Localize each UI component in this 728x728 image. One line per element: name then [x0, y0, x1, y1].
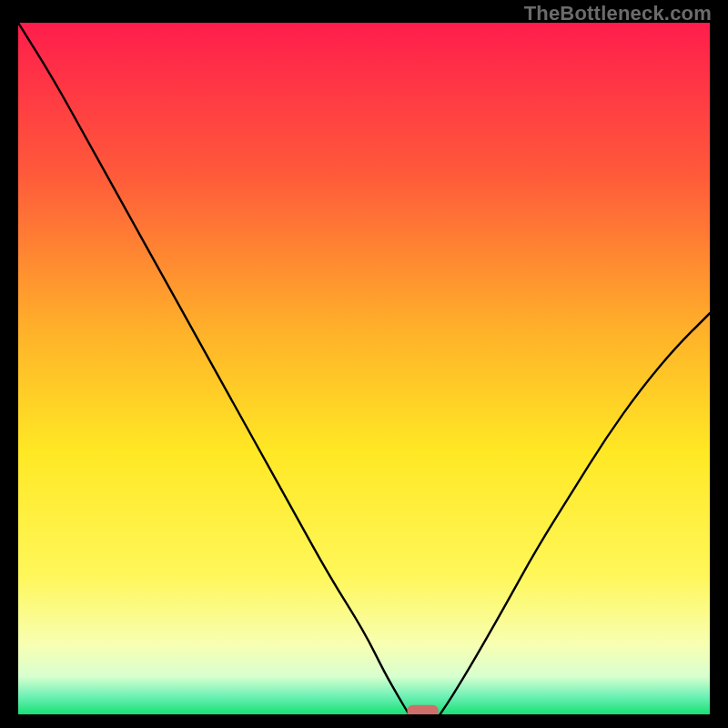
- chart-svg: [18, 23, 710, 714]
- optimal-marker: [408, 705, 439, 714]
- chart-frame: TheBottleneck.com: [0, 0, 728, 728]
- plot-background: [18, 23, 710, 714]
- plot-area: [18, 23, 710, 714]
